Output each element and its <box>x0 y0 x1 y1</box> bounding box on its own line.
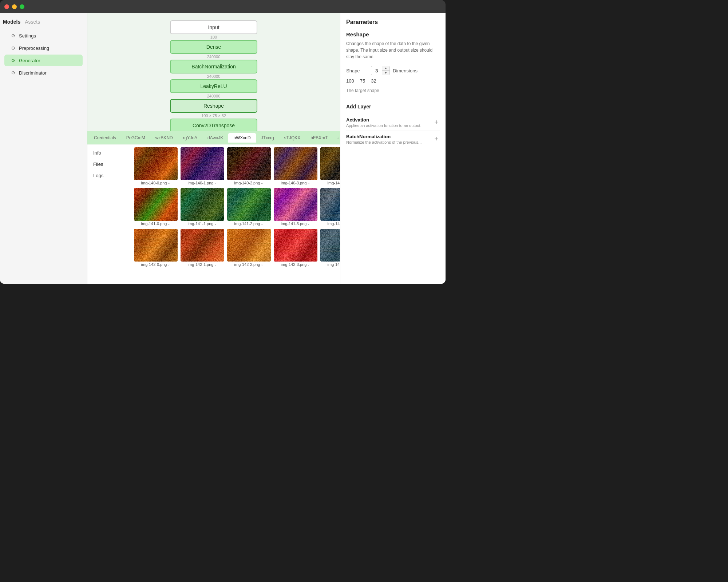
layer-dense-label: Dense <box>206 44 221 50</box>
tab-stjqkx[interactable]: sTJQKX <box>279 133 306 143</box>
dim-val-0: 100 <box>346 78 354 84</box>
sidebar-item-discriminator[interactable]: ⊙ Discriminator <box>4 67 83 79</box>
layer-batchnorm1-label: BatchNormalization <box>191 64 236 69</box>
sidebar-nav-tabs: Models Assets <box>0 19 87 29</box>
bottom-sidebar-logs[interactable]: Logs <box>90 171 128 180</box>
sidebar-item-label-generator: Generator <box>19 58 40 63</box>
add-tab-button[interactable]: + <box>333 133 340 143</box>
file-item[interactable]: img-142-1.png⌄ <box>181 229 224 267</box>
file-item[interactable]: img-141-0.png⌄ <box>134 188 178 226</box>
sidebar-item-generator[interactable]: ⊙ Generator <box>4 55 83 66</box>
layer-conv2dtranspose[interactable]: Conv2DTranspose <box>170 119 257 131</box>
file-item[interactable]: img-140-4.png⌄ <box>320 147 340 185</box>
layer-input[interactable]: Input <box>170 20 257 34</box>
bottom-sidebar-files[interactable]: Files <box>90 160 128 168</box>
file-name: img-140-3.png⌄ <box>281 181 310 185</box>
file-name: img-140-4.png⌄ <box>328 181 340 185</box>
file-item[interactable]: img-141-3.png⌄ <box>274 188 317 226</box>
file-thumbnail <box>134 229 178 262</box>
settings-icon: ⊙ <box>10 33 16 39</box>
file-thumbnail <box>227 229 271 262</box>
shape-decrement[interactable]: ▼ <box>382 71 389 75</box>
file-name: img-142-3.png⌄ <box>281 262 310 267</box>
sidebar-nav: ⊙ Settings ⊙ Preprocessing ⊙ Generator ⊙… <box>0 30 87 79</box>
sidebar-item-preprocessing[interactable]: ⊙ Preprocessing <box>4 42 83 54</box>
add-layer-batchnorm-info: BatchNormalization Normalize the activat… <box>346 134 422 144</box>
layer-dense[interactable]: Dense <box>170 40 257 54</box>
sidebar-item-settings[interactable]: ⊙ Settings <box>4 30 83 41</box>
generator-icon: ⊙ <box>10 57 16 63</box>
tab-bfbxmt[interactable]: bFBXmT <box>305 133 333 143</box>
layer-reshape-size: 100 × 75 × 32 <box>201 113 226 118</box>
file-item[interactable]: img-140-3.png⌄ <box>274 147 317 185</box>
add-activation-button[interactable]: + <box>433 119 440 126</box>
file-item[interactable]: img-142-2.png⌄ <box>227 229 271 267</box>
tab-wzbknd[interactable]: wzBKND <box>150 133 178 143</box>
file-grid: img-140-0.png⌄img-140-1.png⌄img-140-2.pn… <box>131 144 340 284</box>
file-item[interactable]: img-140-0.png⌄ <box>134 147 178 185</box>
tab-pcgcmm[interactable]: PcGCmM <box>121 133 150 143</box>
file-item[interactable]: img-142-4.png⌄ <box>320 229 340 267</box>
file-chevron-icon: ⌄ <box>167 263 170 266</box>
file-canvas <box>134 229 178 262</box>
file-canvas <box>320 229 340 262</box>
dimensions-label: Dimensions <box>393 68 418 73</box>
file-name: img-140-2.png⌄ <box>234 181 264 185</box>
add-layer-activation-info: Activation Applies an activation functio… <box>346 117 422 128</box>
tab-models[interactable]: Models <box>3 19 20 25</box>
file-name: img-141-3.png⌄ <box>281 222 310 226</box>
bottom-panel: Credentials PcGCmM wzBKND rgYJnA dAwxJK … <box>87 131 340 284</box>
add-layer-section: Add Layer Activation Applies an activati… <box>346 104 440 147</box>
layer-leakyrelu[interactable]: LeakyReLU <box>170 79 257 93</box>
tab-dawxjk[interactable]: dAwxJK <box>202 133 228 143</box>
bottom-sidebar: Info Files Logs <box>87 144 131 284</box>
layer-input-label: Input <box>208 24 219 30</box>
file-item[interactable]: img-141-2.png⌄ <box>227 188 271 226</box>
target-shape-label: The target shape <box>346 88 440 93</box>
add-layer-activation: Activation Applies an activation functio… <box>346 114 440 131</box>
file-name: img-142-1.png⌄ <box>188 262 217 267</box>
maximize-button[interactable] <box>20 4 24 9</box>
file-canvas <box>274 188 317 221</box>
tab-jtxcrg[interactable]: JTxcrg <box>256 133 279 143</box>
layer-reshape[interactable]: Reshape <box>170 99 257 113</box>
file-canvas <box>320 188 340 221</box>
file-item[interactable]: img-140-2.png⌄ <box>227 147 271 185</box>
add-batchnorm-button[interactable]: + <box>433 135 440 143</box>
bottom-sidebar-info[interactable]: Info <box>90 149 128 157</box>
file-canvas <box>274 147 317 180</box>
right-panel: Parameters Reshape Changes the shape of … <box>340 13 446 284</box>
dim-values: 100 75 32 <box>346 78 440 84</box>
file-item[interactable]: img-141-4.png⌄ <box>320 188 340 226</box>
minimize-button[interactable] <box>12 4 17 9</box>
layer-leakyrelu-size: 240000 <box>207 94 221 98</box>
tab-credentials[interactable]: Credentials <box>89 133 121 143</box>
file-item[interactable]: img-142-0.png⌄ <box>134 229 178 267</box>
close-button[interactable] <box>4 4 9 9</box>
main-container: Models Assets ⊙ Settings ⊙ Preprocessing… <box>0 13 446 284</box>
discriminator-icon: ⊙ <box>10 70 16 76</box>
batchnorm-name: BatchNormalization <box>346 134 422 139</box>
tab-assets[interactable]: Assets <box>25 19 40 25</box>
layer-batchnorm1[interactable]: BatchNormalization <box>170 60 257 73</box>
file-name: img-141-2.png⌄ <box>234 222 264 226</box>
file-item[interactable]: img-141-1.png⌄ <box>181 188 224 226</box>
layer-input-size: 100 <box>210 35 217 39</box>
file-chevron-icon: ⌄ <box>307 181 310 185</box>
file-canvas <box>134 147 178 180</box>
file-item[interactable]: img-142-3.png⌄ <box>274 229 317 267</box>
file-thumbnail <box>320 188 340 221</box>
titlebar <box>0 0 446 13</box>
file-thumbnail <box>134 147 178 180</box>
tab-bar: Credentials PcGCmM wzBKND rgYJnA dAwxJK … <box>87 131 340 144</box>
shape-increment[interactable]: ▲ <box>382 66 389 71</box>
tab-bwxxdd[interactable]: bWXxdD <box>228 133 256 143</box>
shape-control: 3 ▲ ▼ <box>371 66 390 75</box>
preprocessing-icon: ⊙ <box>10 45 16 51</box>
tab-rgyjna[interactable]: rgYJnA <box>178 133 202 143</box>
file-chevron-icon: ⌄ <box>261 181 264 185</box>
file-canvas <box>181 147 224 180</box>
layer-batchnorm1-size: 240000 <box>207 74 221 79</box>
file-chevron-icon: ⌄ <box>307 222 310 226</box>
file-item[interactable]: img-140-1.png⌄ <box>181 147 224 185</box>
